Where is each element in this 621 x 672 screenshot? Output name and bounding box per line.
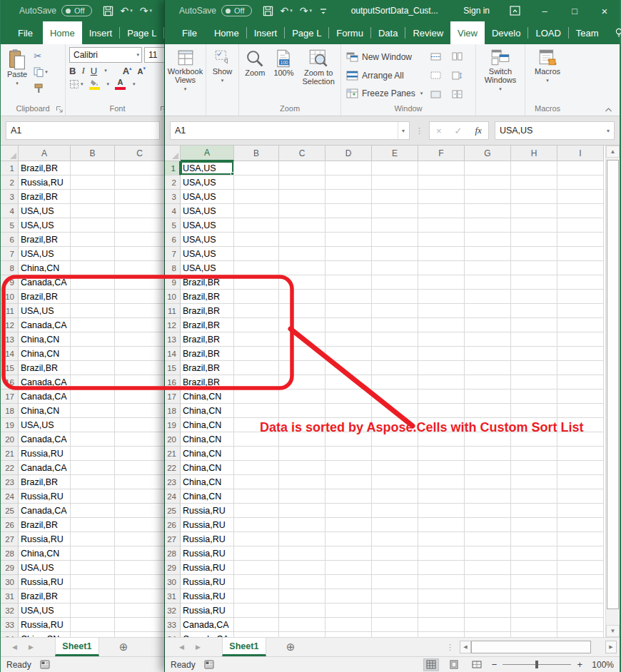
- cell-A22[interactable]: Canada,CA: [19, 461, 71, 475]
- cell-F23[interactable]: [418, 475, 465, 489]
- cell-B21[interactable]: [234, 447, 279, 461]
- cell-A32[interactable]: USA,US: [19, 604, 71, 618]
- cell-F6[interactable]: [418, 233, 465, 247]
- cell-A29[interactable]: USA,US: [19, 561, 71, 575]
- cell-I24[interactable]: [557, 489, 604, 504]
- cell-D18[interactable]: [325, 404, 372, 418]
- cell-B6[interactable]: [234, 233, 279, 247]
- cell-E25[interactable]: [372, 504, 418, 518]
- cell-B32[interactable]: [71, 604, 115, 618]
- cell-F8[interactable]: [418, 261, 465, 275]
- cell-G3[interactable]: [465, 190, 511, 204]
- cell-C10[interactable]: [115, 290, 165, 304]
- cell-E27[interactable]: [372, 532, 418, 546]
- arrange-all-button[interactable]: Arrange All: [346, 68, 423, 83]
- scroll-left-button[interactable]: ◀: [460, 641, 471, 653]
- macro-record-button[interactable]: [40, 660, 50, 669]
- ribbon-display-options-button[interactable]: [500, 6, 530, 16]
- cell-B5[interactable]: [71, 218, 115, 233]
- tab-data[interactable]: Data: [371, 21, 405, 44]
- cell-H18[interactable]: [511, 404, 557, 418]
- row-header-8[interactable]: 8: [1, 261, 19, 275]
- cell-A8[interactable]: USA,US: [181, 261, 234, 275]
- select-all-corner[interactable]: [165, 146, 181, 161]
- cell-F1[interactable]: [418, 161, 465, 175]
- cell-A16[interactable]: Brazil,BR: [181, 375, 234, 390]
- cell-B15[interactable]: [71, 361, 115, 375]
- cell-D26[interactable]: [325, 518, 372, 532]
- cell-A34[interactable]: China,CN: [19, 632, 71, 637]
- cell-A9[interactable]: Canada,CA: [19, 275, 71, 290]
- cell-C12[interactable]: [279, 318, 325, 332]
- cell-E1[interactable]: [372, 161, 418, 175]
- cell-D10[interactable]: [325, 290, 372, 304]
- cell-B27[interactable]: [234, 532, 279, 546]
- cell-B5[interactable]: [234, 218, 279, 233]
- cell-C27[interactable]: [115, 532, 165, 546]
- cell-C19[interactable]: [279, 418, 325, 432]
- cell-A19[interactable]: USA,US: [19, 418, 71, 432]
- cell-C34[interactable]: [115, 632, 165, 637]
- cell-F27[interactable]: [418, 532, 465, 546]
- prev-sheet-button[interactable]: ◀: [173, 638, 190, 656]
- enter-button[interactable]: ✓: [448, 126, 469, 136]
- cell-B8[interactable]: [234, 261, 279, 275]
- cell-C29[interactable]: [115, 561, 165, 575]
- cell-G11[interactable]: [465, 304, 511, 318]
- row-header-9[interactable]: 9: [1, 275, 19, 290]
- row-header-30[interactable]: 30: [1, 575, 19, 589]
- show-button[interactable]: Show ▾: [210, 47, 236, 103]
- row-header-4[interactable]: 4: [165, 204, 181, 218]
- tell-me-box[interactable]: Tell me: [606, 21, 621, 44]
- cell-A5[interactable]: USA,US: [181, 218, 234, 233]
- column-header-b[interactable]: B: [234, 146, 279, 161]
- row-header-11[interactable]: 11: [165, 304, 181, 318]
- formula-bar-drag-handle[interactable]: ⋮: [415, 126, 423, 136]
- zoom-to-selection-button[interactable]: Zoom to Selection: [300, 47, 338, 103]
- row-header-2[interactable]: 2: [1, 175, 19, 190]
- cell-B10[interactable]: [234, 290, 279, 304]
- row-header-31[interactable]: 31: [165, 589, 181, 604]
- cell-B14[interactable]: [71, 347, 115, 361]
- grow-font-button[interactable]: A▴: [123, 66, 132, 76]
- row-header-1[interactable]: 1: [1, 161, 19, 175]
- cell-G21[interactable]: [465, 447, 511, 461]
- cell-B20[interactable]: [234, 432, 279, 447]
- synchronous-scrolling-button[interactable]: [450, 69, 464, 82]
- cell-G4[interactable]: [465, 204, 511, 218]
- cell-D5[interactable]: [325, 218, 372, 233]
- cell-D16[interactable]: [325, 375, 372, 390]
- cell-D4[interactable]: [325, 204, 372, 218]
- cell-E19[interactable]: [372, 418, 418, 432]
- cell-A10[interactable]: Brazil,BR: [19, 290, 71, 304]
- cell-B19[interactable]: [71, 418, 115, 432]
- cell-A21[interactable]: Russia,RU: [19, 447, 71, 461]
- cell-H32[interactable]: [511, 604, 557, 618]
- cell-C7[interactable]: [115, 247, 165, 261]
- cell-B8[interactable]: [71, 261, 115, 275]
- cell-B2[interactable]: [71, 175, 115, 190]
- cell-H25[interactable]: [511, 504, 557, 518]
- cell-G16[interactable]: [465, 375, 511, 390]
- cell-F7[interactable]: [418, 247, 465, 261]
- cell-F11[interactable]: [418, 304, 465, 318]
- save-button[interactable]: [103, 6, 113, 16]
- cell-D19[interactable]: [325, 418, 372, 432]
- cell-G22[interactable]: [465, 461, 511, 475]
- cell-H17[interactable]: [511, 390, 557, 404]
- cell-C2[interactable]: [279, 175, 325, 190]
- cell-C9[interactable]: [115, 275, 165, 290]
- cell-A2[interactable]: Russia,RU: [19, 175, 71, 190]
- cell-A24[interactable]: China,CN: [181, 489, 234, 504]
- cell-G10[interactable]: [465, 290, 511, 304]
- cell-B6[interactable]: [71, 233, 115, 247]
- row-header-17[interactable]: 17: [1, 390, 19, 404]
- cell-E34[interactable]: [372, 632, 418, 637]
- cell-I25[interactable]: [557, 504, 604, 518]
- cancel-button[interactable]: ×: [430, 126, 448, 136]
- cell-G18[interactable]: [465, 404, 511, 418]
- redo-button[interactable]: ↷ ▾: [140, 5, 152, 16]
- cell-G29[interactable]: [465, 561, 511, 575]
- row-header-12[interactable]: 12: [1, 318, 19, 332]
- cell-G17[interactable]: [465, 390, 511, 404]
